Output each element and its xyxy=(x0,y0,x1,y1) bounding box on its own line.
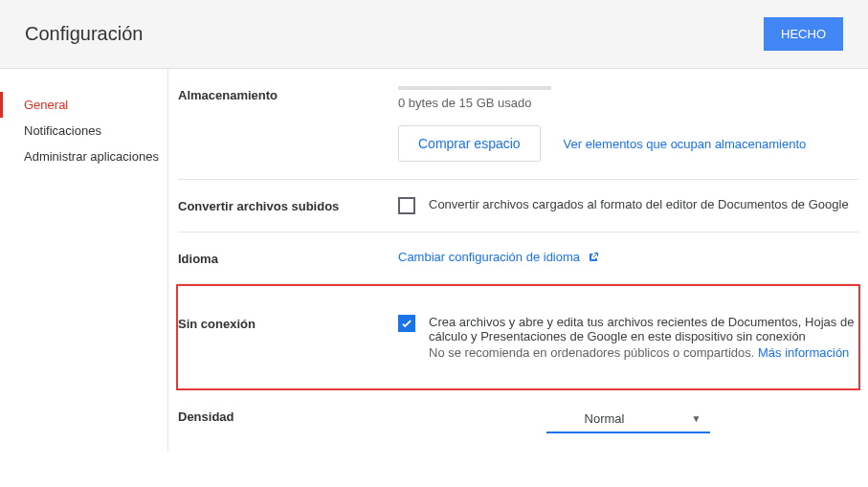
change-language-text: Cambiar configuración de idioma xyxy=(398,250,580,264)
buy-storage-button[interactable]: Comprar espacio xyxy=(398,125,541,162)
view-storage-items-link[interactable]: Ver elementos que ocupan almacenamiento xyxy=(564,137,807,151)
offline-label: Sin conexión xyxy=(178,315,398,360)
convert-label: Convertir archivos subidos xyxy=(178,197,398,214)
offline-highlight: Sin conexión Crea archivos y abre y edit… xyxy=(176,284,860,390)
section-convert-uploads: Convertir archivos subidos Convertir arc… xyxy=(178,180,858,232)
offline-text: Crea archivos y abre y edita tus archivo… xyxy=(429,315,858,343)
storage-usage-text: 0 bytes de 15 GB usado xyxy=(398,96,858,110)
offline-subtext: No se recomienda en ordenadores públicos… xyxy=(429,345,858,360)
page-title: Configuración xyxy=(25,23,143,45)
sidebar-item-manage-apps[interactable]: Administrar aplicaciones xyxy=(0,144,167,169)
language-label: Idioma xyxy=(178,250,398,266)
section-storage: Almacenamiento 0 bytes de 15 GB usado Co… xyxy=(178,69,858,180)
section-language: Idioma Cambiar configuración de idioma xyxy=(178,232,858,284)
settings-header: Configuración HECHO xyxy=(0,0,868,69)
done-button[interactable]: HECHO xyxy=(764,17,843,51)
storage-usage-bar xyxy=(398,86,551,90)
convert-uploads-checkbox[interactable] xyxy=(398,197,415,214)
settings-sidebar: General Notificaciones Administrar aplic… xyxy=(0,69,167,451)
density-label: Densidad xyxy=(178,408,398,433)
section-density: Densidad Normal ▼ xyxy=(178,390,858,451)
density-value: Normal xyxy=(585,411,625,426)
offline-checkbox[interactable] xyxy=(398,315,415,332)
external-link-icon xyxy=(588,252,599,266)
change-language-link[interactable]: Cambiar configuración de idioma xyxy=(398,250,599,264)
storage-label: Almacenamiento xyxy=(178,86,398,162)
sidebar-item-general[interactable]: General xyxy=(0,92,167,118)
offline-sub-prefix: No se recomienda en ordenadores públicos… xyxy=(429,345,758,360)
settings-main: Almacenamiento 0 bytes de 15 GB usado Co… xyxy=(167,69,868,451)
density-select[interactable]: Normal ▼ xyxy=(546,408,711,433)
convert-uploads-text: Convertir archivos cargados al formato d… xyxy=(429,197,849,211)
sidebar-item-notifications[interactable]: Notificaciones xyxy=(0,118,167,144)
dropdown-caret-icon: ▼ xyxy=(692,413,701,424)
offline-more-info-link[interactable]: Más información xyxy=(758,345,849,360)
section-offline: Sin conexión Crea archivos y abre y edit… xyxy=(178,286,858,388)
